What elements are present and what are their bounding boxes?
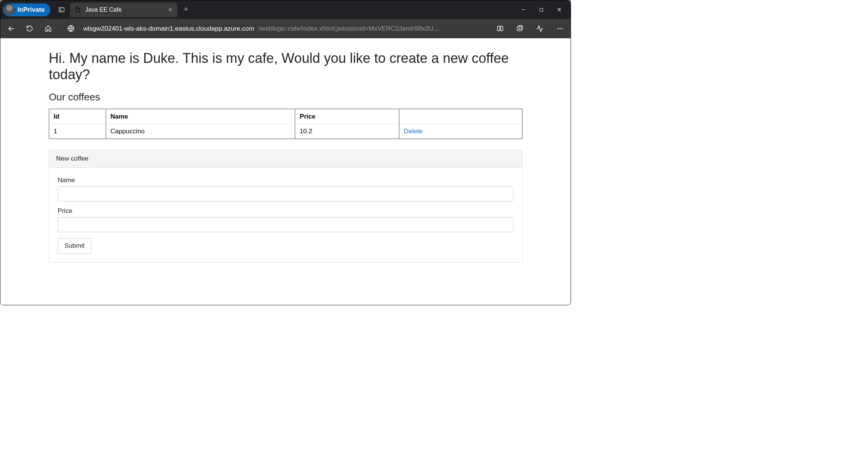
- coffees-heading: Our coffees: [49, 91, 522, 103]
- cell-name: Cappuccino: [106, 124, 295, 139]
- name-label: Name: [58, 177, 513, 184]
- refresh-button[interactable]: [23, 22, 36, 35]
- new-tab-button[interactable]: [183, 6, 189, 14]
- svg-point-19: [559, 28, 560, 29]
- split-screen-icon[interactable]: [494, 22, 507, 35]
- delete-link[interactable]: Delete: [404, 128, 422, 135]
- tab-actions-button[interactable]: [55, 3, 69, 17]
- col-name: Name: [106, 109, 295, 124]
- inprivate-label: InPrivate: [17, 6, 45, 14]
- svg-rect-14: [500, 27, 503, 31]
- collections-icon[interactable]: [514, 22, 526, 35]
- svg-rect-13: [497, 27, 500, 31]
- name-input[interactable]: [58, 186, 513, 201]
- svg-rect-7: [540, 8, 543, 11]
- window-minimize-button[interactable]: [514, 3, 532, 17]
- address-bar[interactable]: wlsgw202401-wls-aks-domain1.eastus.cloud…: [83, 25, 481, 33]
- table-row: 1 Cappuccino 10.2 Delete: [49, 124, 522, 139]
- window-close-button[interactable]: [550, 3, 568, 17]
- svg-point-20: [561, 28, 563, 29]
- cell-id: 1: [49, 124, 106, 139]
- svg-rect-0: [59, 8, 64, 12]
- tab-title: Java EE Cafe: [85, 6, 122, 13]
- price-input[interactable]: [58, 217, 513, 232]
- url-path: /weblogic-cafe/index.xhtml;jsessionid=Mx…: [259, 25, 439, 33]
- table-header-row: Id Name Price: [49, 109, 522, 124]
- page-viewport: Hi. My name is Duke. This is my cafe, Wo…: [0, 38, 571, 305]
- inprivate-badge[interactable]: InPrivate: [3, 3, 50, 16]
- browser-tab[interactable]: Java EE Cafe: [70, 3, 177, 17]
- panel-title: New coffee: [49, 150, 522, 168]
- col-price: Price: [295, 109, 399, 124]
- page-icon: [75, 7, 81, 13]
- window-maximize-button[interactable]: [532, 3, 550, 17]
- submit-button[interactable]: Submit: [58, 238, 91, 253]
- back-button[interactable]: [5, 22, 17, 35]
- home-button[interactable]: [42, 22, 55, 35]
- more-menu-button[interactable]: [554, 22, 566, 35]
- performance-icon[interactable]: [534, 22, 546, 35]
- col-actions: [399, 109, 522, 124]
- coffees-table: Id Name Price 1 Cappuccino 10.2 Delete: [49, 109, 522, 139]
- price-label: Price: [58, 207, 513, 215]
- browser-toolbar: wlsgw202401-wls-aks-domain1.eastus.cloud…: [0, 19, 571, 38]
- svg-point-18: [557, 28, 558, 29]
- browser-titlebar: InPrivate Java EE Cafe: [0, 0, 571, 19]
- tab-close-icon[interactable]: [168, 6, 173, 14]
- new-coffee-panel: New coffee Name Price Submit: [49, 150, 522, 262]
- profile-avatar-icon: [4, 4, 15, 15]
- site-info-icon[interactable]: [65, 22, 77, 35]
- cell-price: 10.2: [295, 124, 399, 139]
- col-id: Id: [49, 109, 106, 124]
- page-title: Hi. My name is Duke. This is my cafe, Wo…: [49, 50, 522, 83]
- url-host: wlsgw202401-wls-aks-domain1.eastus.cloud…: [83, 25, 254, 33]
